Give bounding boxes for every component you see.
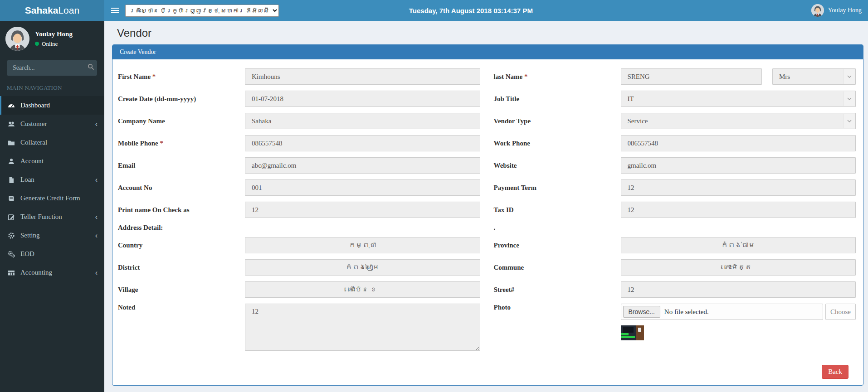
address-detail-dot-label: . (494, 224, 501, 232)
brand-bold: Sahaka (25, 5, 59, 15)
search-input[interactable] (7, 60, 97, 76)
company-name-label: Company Name (118, 117, 245, 125)
sidebar-user-name: Youlay Hong (35, 30, 73, 38)
choose-button[interactable]: Choose (825, 304, 856, 320)
search-icon[interactable] (88, 63, 94, 72)
sidebar-item-teller-function[interactable]: Teller Function ‹ (0, 208, 104, 226)
account-no-input[interactable] (245, 179, 480, 196)
sidebar-item-label: Customer (20, 120, 47, 128)
nav-section-header: MAIN NAVIGATION (0, 78, 104, 96)
job-title-select[interactable]: IT (621, 91, 856, 107)
top-header: SahakaLoan គ្រឹះស្ថាន មីក្រូហិរញ្ញវត្ថុ … (0, 0, 868, 21)
last-name-label: last Name * (494, 73, 621, 81)
sidebar-item-collateral[interactable]: Collateral (0, 133, 104, 152)
file-status-text: No file selected. (664, 308, 709, 316)
header-user-menu[interactable]: Youlay Hong (811, 4, 868, 17)
work-phone-label: Work Phone (494, 140, 621, 147)
commune-label: Commune (494, 264, 621, 271)
country-input[interactable] (245, 237, 480, 253)
app-logo[interactable]: SahakaLoan (0, 0, 104, 21)
website-input[interactable] (621, 157, 856, 174)
title-select[interactable]: Mrs (772, 68, 856, 85)
website-label: Website (494, 162, 621, 169)
photo-thumbnail[interactable] (621, 325, 644, 340)
mobile-phone-input[interactable] (245, 135, 480, 151)
work-phone-input[interactable] (621, 135, 856, 151)
sidebar-item-label: Generate Credit Form (20, 194, 80, 202)
book-icon (7, 195, 15, 202)
dashboard-icon (7, 102, 15, 109)
main-content: Vendor Create Vendor First Name * last N… (104, 21, 868, 392)
sidebar-item-customer[interactable]: Customer ‹ (0, 115, 104, 133)
browse-button[interactable]: Browse... (623, 306, 660, 318)
payment-term-input[interactable] (621, 179, 856, 196)
chevron-down-icon (843, 92, 855, 106)
noted-label: Noted (118, 304, 245, 311)
street-label: Street# (494, 286, 621, 294)
sidebar-user-panel: Youlay Hong Online (0, 21, 104, 57)
users-icon (7, 121, 15, 128)
branch-select[interactable]: គ្រឹះស្ថាន មីក្រូហិរញ្ញវត្ថុ សហការ ភីអិល… (125, 5, 279, 17)
sidebar-item-label: Teller Function (20, 213, 62, 221)
gears-icon (7, 251, 15, 258)
create-date-label: Create Date (dd-mm-yyyy) (118, 95, 245, 103)
photo-label: Photo (494, 304, 621, 311)
chevron-down-icon (843, 69, 855, 84)
district-label: District (118, 264, 245, 271)
chevron-left-icon: ‹ (95, 213, 98, 221)
table-icon (7, 269, 15, 276)
sidebar-item-setting[interactable]: Setting ‹ (0, 226, 104, 245)
create-date-input[interactable] (245, 91, 480, 107)
street-input[interactable] (621, 281, 856, 298)
village-label: Village (118, 286, 245, 294)
gear-icon (7, 232, 15, 239)
online-status-icon (35, 42, 39, 46)
vendor-type-label: Vendor Type (494, 117, 621, 125)
noted-textarea[interactable]: 12 (245, 304, 480, 351)
account-no-label: Account No (118, 184, 245, 192)
first-name-input[interactable] (245, 68, 480, 85)
user-avatar-icon (5, 27, 29, 51)
folder-icon (7, 139, 15, 146)
photo-file-input[interactable]: Browse... No file selected. (621, 304, 824, 320)
chevron-left-icon: ‹ (95, 232, 98, 239)
user-icon (7, 158, 15, 165)
country-label: Country (118, 242, 245, 249)
sidebar-item-label: Collateral (20, 139, 47, 146)
job-title-label: Job Title (494, 95, 621, 103)
address-detail-label: Address Detail: (118, 224, 168, 232)
print-name-input[interactable] (245, 202, 480, 218)
province-input[interactable] (621, 237, 856, 253)
company-name-input[interactable] (245, 113, 480, 129)
chevron-down-icon (843, 114, 855, 128)
top-navbar: គ្រឹះស្ថាន មីក្រូហិរញ្ញវត្ថុ សហការ ភីអិល… (104, 0, 868, 21)
tax-id-input[interactable] (621, 202, 856, 218)
commune-input[interactable] (621, 259, 856, 276)
vendor-type-select[interactable]: Service (621, 113, 856, 129)
sidebar-item-account[interactable]: Account (0, 152, 104, 170)
province-label: Province (494, 242, 621, 249)
district-input[interactable] (245, 259, 480, 276)
email-label: Email (118, 162, 245, 169)
header-datetime: Tuesday, 7th August 2018 03:14:37 PM (409, 7, 533, 15)
sidebar-item-label: Loan (20, 176, 34, 184)
sidebar-item-loan[interactable]: Loan ‹ (0, 170, 104, 189)
village-input[interactable] (245, 281, 480, 298)
back-button[interactable]: Back (822, 365, 848, 379)
panel-title: Create Vendor (112, 45, 863, 59)
sidebar-item-dashboard[interactable]: Dashboard (0, 96, 104, 115)
sidebar-item-eod[interactable]: EOD (0, 245, 104, 263)
sidebar-item-label: Account (20, 157, 44, 165)
sidebar: Youlay Hong Online MAIN NAVIGATION Dashb… (0, 21, 104, 392)
create-vendor-panel: Create Vendor First Name * last Name * M… (112, 44, 863, 386)
sidebar-item-generate-credit-form[interactable]: Generate Credit Form (0, 189, 104, 208)
hamburger-icon[interactable] (104, 0, 125, 21)
sidebar-item-label: Setting (20, 232, 40, 239)
brand-light: Loan (58, 5, 79, 15)
sidebar-item-accounting[interactable]: Accounting ‹ (0, 263, 104, 282)
email-input[interactable] (245, 157, 480, 174)
sidebar-user-status: Online (42, 40, 58, 48)
sidebar-item-label: Accounting (20, 269, 52, 276)
last-name-input[interactable] (621, 68, 762, 85)
edit-icon (7, 213, 15, 221)
